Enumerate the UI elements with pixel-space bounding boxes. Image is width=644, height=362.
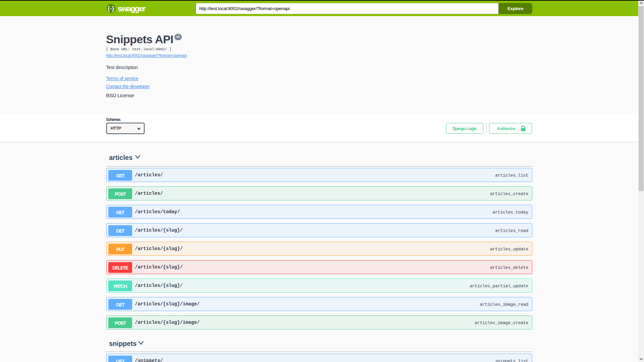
svg-text:}: }: [112, 5, 114, 12]
svg-text:{: {: [108, 5, 110, 12]
